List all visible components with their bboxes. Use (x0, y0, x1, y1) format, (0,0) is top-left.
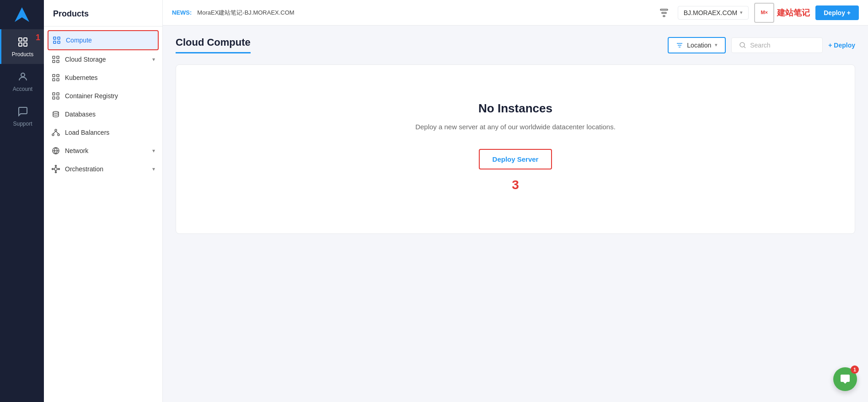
location-button[interactable]: Location ▾ (668, 37, 726, 53)
topbar-right: BJ.MORAEX.COM ▾ M× 建站笔记 Deploy + (656, 3, 859, 23)
brand-area: M× 建站笔记 (754, 3, 810, 23)
domain-selector[interactable]: BJ.MORAEX.COM ▾ (678, 6, 749, 20)
page-title: Cloud Compute (176, 37, 251, 53)
empty-title: No Instances (478, 101, 552, 116)
page-header: Cloud Compute Location ▾ (176, 37, 855, 53)
empty-state-card: No Instances Deploy a new server at any … (176, 64, 855, 234)
nav-account[interactable]: Account (0, 64, 44, 99)
filter-icon-button[interactable] (656, 5, 672, 21)
sidebar-orchestration-label: Orchestration (65, 165, 148, 173)
sidebar-kubernetes-label: Kubernetes (65, 74, 155, 81)
empty-description: Deploy a new server at any of our worldw… (415, 123, 616, 131)
svg-point-5 (21, 73, 25, 77)
compute-icon (52, 36, 61, 45)
news-label: NEWS: (172, 9, 192, 16)
deploy-server-area: Deploy Server 3 (479, 149, 552, 169)
sidebar-databases-label: Databases (65, 111, 155, 118)
svg-line-26 (53, 131, 56, 134)
svg-point-23 (55, 129, 57, 131)
domain-label: BJ.MORAEX.COM (684, 9, 737, 16)
network-chevron-icon: ▾ (152, 148, 155, 154)
nav-account-label: Account (13, 86, 32, 92)
svg-rect-17 (57, 79, 59, 81)
search-icon (739, 42, 746, 49)
load-balancers-icon (51, 128, 60, 137)
sidebar-cloud-storage-label: Cloud Storage (65, 56, 148, 63)
nav-products-label: Products (12, 51, 33, 58)
svg-rect-15 (57, 74, 59, 77)
sidebar-item-container-registry[interactable]: Container Registry (44, 87, 162, 105)
svg-rect-19 (57, 93, 59, 95)
svg-line-27 (56, 131, 59, 134)
svg-rect-1 (19, 38, 22, 41)
sidebar-compute-label: Compute (66, 37, 154, 44)
sidebar-item-kubernetes[interactable]: Kubernetes (44, 69, 162, 87)
nav-support-label: Support (13, 121, 32, 127)
nav-support[interactable]: Support (0, 99, 44, 133)
news-text: MoraEX建站笔记-BJ.MORAEX.COM (197, 9, 652, 17)
brand-tagline: 建站笔记 (777, 7, 810, 18)
svg-rect-20 (53, 97, 55, 99)
svg-point-22 (53, 111, 59, 113)
svg-rect-12 (53, 60, 55, 63)
sidebar: Products Compute 2 (44, 0, 163, 402)
databases-icon (51, 110, 60, 119)
svg-rect-2 (24, 38, 27, 41)
vultr-logo-icon (14, 6, 30, 23)
nav-products[interactable]: Products 1 (0, 29, 44, 64)
sidebar-network-label: Network (65, 147, 148, 154)
chat-badge: 1 (851, 365, 859, 374)
svg-rect-10 (53, 56, 55, 58)
step-3-badge: 3 (512, 178, 519, 192)
svg-rect-18 (53, 93, 55, 95)
page-actions: Location ▾ Search + Deploy (668, 37, 855, 53)
orchestration-icon (51, 164, 60, 174)
svg-rect-9 (58, 41, 60, 43)
deploy-server-button[interactable]: Deploy Server (479, 149, 552, 169)
domain-chevron-icon: ▾ (740, 10, 743, 16)
products-icon (16, 36, 29, 48)
account-icon (16, 70, 29, 83)
container-registry-icon (51, 91, 60, 100)
deploy-button[interactable]: Deploy + (815, 5, 859, 20)
orchestration-chevron-icon: ▾ (152, 166, 155, 172)
svg-point-24 (52, 134, 54, 136)
svg-rect-11 (57, 56, 59, 58)
svg-point-25 (58, 134, 59, 136)
network-icon (51, 146, 60, 155)
brand-logo-text: M× (761, 10, 768, 15)
svg-point-30 (54, 168, 57, 170)
search-box[interactable]: Search (731, 37, 823, 53)
svg-marker-0 (15, 7, 29, 22)
sidebar-item-network[interactable]: Network ▾ (44, 142, 162, 160)
sidebar-item-compute[interactable]: Compute 2 (48, 30, 159, 50)
sidebar-item-orchestration[interactable]: Orchestration ▾ (44, 160, 162, 178)
sidebar-item-databases[interactable]: Databases (44, 105, 162, 123)
sidebar-menu: Compute 2 Cloud Storage ▾ (44, 26, 162, 402)
kubernetes-icon (51, 73, 60, 82)
location-chevron-icon: ▾ (715, 42, 718, 48)
topbar: NEWS: MoraEX建站笔记-BJ.MORAEX.COM BJ.MORAEX… (163, 0, 868, 26)
filter-icon (659, 8, 669, 17)
svg-rect-4 (24, 43, 27, 46)
app-logo[interactable] (0, 0, 44, 29)
sidebar-load-balancers-label: Load Balancers (65, 129, 155, 136)
svg-rect-3 (19, 43, 22, 46)
header-deploy-link[interactable]: + Deploy (828, 42, 855, 49)
content-area: Cloud Compute Location ▾ (163, 26, 868, 402)
svg-rect-21 (57, 97, 59, 99)
svg-rect-36 (662, 12, 666, 14)
sidebar-item-load-balancers[interactable]: Load Balancers (44, 123, 162, 142)
page-title-area: Cloud Compute (176, 37, 251, 53)
cloud-storage-icon (51, 55, 60, 64)
sidebar-header: Products (44, 0, 162, 26)
svg-line-42 (744, 47, 745, 48)
svg-rect-14 (53, 74, 55, 77)
chat-icon (840, 374, 851, 385)
svg-rect-6 (54, 37, 56, 39)
svg-rect-35 (660, 9, 668, 11)
sidebar-item-cloud-storage[interactable]: Cloud Storage ▾ (44, 50, 162, 69)
chat-bubble[interactable]: 1 (833, 367, 857, 391)
sidebar-container-registry-label: Container Registry (65, 92, 155, 100)
step-1-badge: 1 (36, 33, 40, 42)
